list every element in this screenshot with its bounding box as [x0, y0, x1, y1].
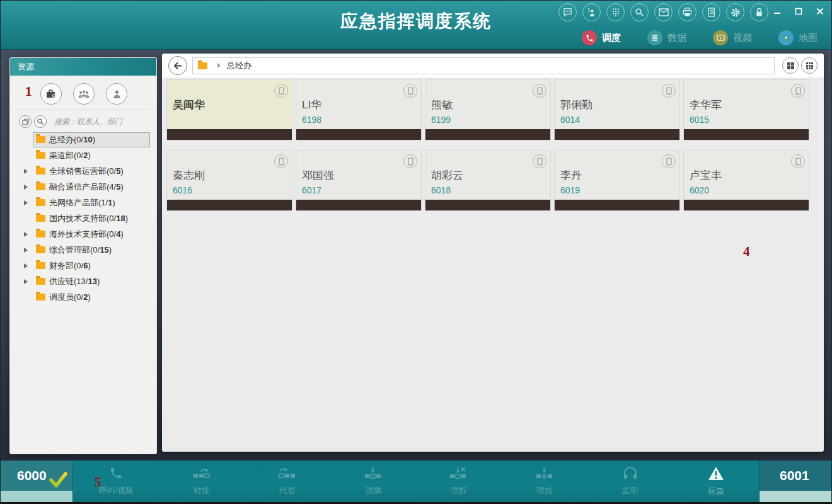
contact-name: 秦志刚 — [173, 168, 205, 183]
expand-arrow-icon[interactable] — [24, 200, 33, 205]
emergency-button[interactable]: 应急 — [673, 461, 759, 502]
tree-item[interactable]: 综合管理部(0/15) — [10, 242, 156, 258]
contact-number: 6015 — [690, 115, 709, 125]
tree-item-label: 财务部(0/6) — [49, 260, 91, 272]
mail-icon[interactable] — [654, 3, 673, 21]
tree-item[interactable]: 总经办(0/10) — [10, 132, 156, 147]
tab-map[interactable]: 地图 — [778, 30, 818, 45]
tree-item[interactable]: 渠道部(0/2) — [10, 147, 156, 163]
force-hangup-label: 强挂 — [536, 485, 553, 496]
intercom-icon[interactable] — [582, 3, 601, 21]
monitor-label: 监听 — [622, 485, 638, 496]
contact-card[interactable]: 吴闽华 — [166, 79, 292, 140]
contact-card[interactable]: 郭俐勤 6014 — [554, 79, 680, 140]
log-icon[interactable] — [702, 3, 720, 21]
expand-arrow-icon[interactable] — [24, 248, 33, 253]
contact-name: 李丹 — [560, 168, 582, 183]
department-view-button[interactable] — [40, 83, 62, 105]
call-video-button[interactable]: 呼叫/视频 — [73, 461, 159, 502]
tree-item[interactable]: 财务部(0/6) — [10, 258, 156, 273]
monitor-button[interactable]: 监听 — [587, 461, 673, 502]
extension-right[interactable]: 6001 — [759, 461, 831, 502]
folder-icon — [36, 152, 45, 159]
tree-item[interactable]: 全球销售运营部(0/5) — [10, 163, 156, 179]
contact-card[interactable]: 李丹 6019 — [554, 150, 680, 211]
expand-arrow-icon[interactable] — [24, 279, 33, 284]
card-footer — [555, 200, 679, 210]
force-insert-button[interactable]: 强插 — [330, 461, 416, 502]
contact-card[interactable]: 卢宝丰 6020 — [683, 150, 809, 211]
contact-number: 6018 — [431, 185, 451, 195]
person-view-button[interactable] — [106, 83, 127, 105]
mobile-phone-icon[interactable] — [533, 154, 546, 168]
search-placeholder[interactable]: 搜索：联系人、部门 — [54, 117, 122, 127]
tree-item[interactable]: 融合通信产品部(4/5) — [10, 179, 156, 195]
expand-arrow-icon[interactable] — [24, 185, 33, 190]
call-video-icon — [109, 466, 123, 483]
maximize-icon[interactable] — [792, 6, 805, 17]
tree-item-label: 融合通信产品部(4/5) — [49, 181, 124, 193]
mobile-phone-icon[interactable] — [274, 154, 288, 168]
folder-icon — [36, 294, 45, 301]
contact-card[interactable]: 熊敏 6199 — [425, 79, 551, 140]
extension-left[interactable]: 6000 — [1, 461, 73, 502]
tree-item[interactable]: 供应链(13/13) — [10, 273, 156, 289]
search-small-icon[interactable] — [34, 115, 47, 128]
mobile-phone-icon[interactable] — [403, 84, 417, 98]
emergency-icon — [708, 466, 724, 483]
group-view-button[interactable] — [73, 83, 95, 105]
card-footer — [296, 129, 421, 140]
tree-item[interactable]: 国内技术支持部(0/18) — [10, 210, 156, 226]
folder-icon — [36, 168, 45, 175]
force-hangup-button[interactable]: 强挂 — [502, 461, 587, 502]
annotation-marker-1: 1 — [25, 84, 32, 100]
tab-data[interactable]: 数据 — [647, 30, 686, 45]
expand-arrow-icon[interactable] — [24, 263, 33, 268]
resource-view-buttons — [40, 83, 156, 105]
close-icon[interactable] — [814, 6, 826, 17]
mobile-phone-icon[interactable] — [662, 84, 676, 98]
back-button[interactable] — [168, 56, 187, 75]
contact-number: 6199 — [431, 115, 451, 125]
grid-large-view-button[interactable] — [782, 57, 799, 74]
grid-small-view-button[interactable] — [801, 57, 818, 74]
tree-item[interactable]: 光网络产品部(1/1) — [10, 195, 156, 210]
contact-card[interactable]: 胡彩云 6018 — [425, 150, 551, 211]
breadcrumb[interactable]: 总经办 — [192, 57, 775, 74]
force-insert-icon — [364, 466, 382, 483]
answer-for-button[interactable]: 代答 — [245, 461, 330, 502]
contact-card[interactable]: 秦志刚 6016 — [166, 150, 292, 211]
print-icon[interactable] — [678, 3, 696, 21]
card-footer — [167, 129, 292, 140]
tab-video[interactable]: 视频 — [713, 30, 752, 45]
folder-icon — [36, 246, 45, 253]
mobile-phone-icon[interactable] — [791, 154, 805, 168]
mobile-phone-icon[interactable] — [791, 84, 805, 98]
transfer-button[interactable]: 转接 — [159, 461, 245, 502]
tree-item[interactable]: 调度员(0/2) — [10, 289, 156, 305]
contact-number: 6017 — [302, 185, 321, 195]
resource-panel: 资源 搜索：联系人、部门 — [9, 57, 157, 454]
contact-card[interactable]: LI华 6198 — [296, 79, 422, 140]
mobile-phone-icon[interactable] — [403, 154, 417, 168]
tree-item[interactable]: 海外技术支持部(0/4) — [10, 226, 156, 242]
mobile-phone-icon[interactable] — [533, 84, 546, 98]
mobile-phone-icon[interactable] — [274, 84, 288, 98]
contact-card[interactable]: 李华军 6015 — [683, 79, 809, 140]
folder-icon — [36, 278, 45, 285]
search-icon[interactable] — [630, 3, 649, 21]
force-release-button[interactable]: 强拆 — [416, 461, 502, 502]
chat-icon[interactable] — [558, 3, 577, 21]
settings-icon[interactable] — [726, 3, 744, 21]
lock-icon[interactable] — [750, 3, 768, 21]
mobile-phone-icon[interactable] — [662, 154, 676, 168]
expand-arrow-icon[interactable] — [24, 232, 33, 237]
minimize-icon[interactable] — [771, 6, 783, 17]
contact-card[interactable]: 邓国强 6017 — [296, 150, 422, 211]
contact-name: 李华军 — [690, 98, 722, 112]
expand-arrow-icon[interactable] — [24, 169, 33, 174]
dialpad-icon[interactable] — [606, 3, 625, 21]
tab-dispatch[interactable]: 调度 — [582, 30, 621, 45]
extension-left-strip — [1, 491, 72, 502]
copy-window-icon[interactable] — [19, 115, 32, 128]
